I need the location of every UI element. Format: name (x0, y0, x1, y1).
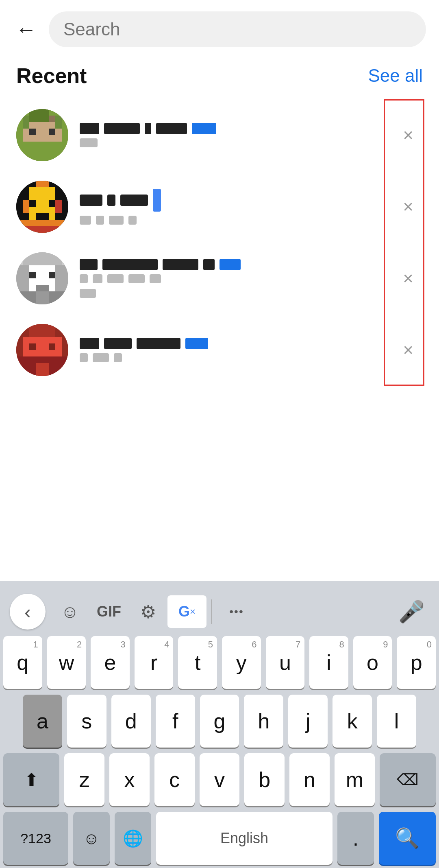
mic-button[interactable]: 🎤 (393, 594, 429, 630)
contact-info (80, 259, 393, 298)
key-row-4: ?123 ☺ 🌐 English . 🔍 (3, 812, 436, 865)
gif-label: GIF (97, 603, 121, 620)
name-bar (104, 123, 140, 134)
back-arrow-icon: ← (15, 19, 37, 40)
svg-rect-25 (29, 272, 36, 278)
key-g[interactable]: g (200, 695, 239, 748)
dismiss-button-3[interactable]: × (393, 264, 423, 293)
key-t[interactable]: 5 t (178, 636, 217, 689)
key-row-3: ⬆ z x c v b n m ⌫ (3, 753, 436, 806)
sub-bar (80, 138, 98, 147)
key-e[interactable]: 3 e (91, 636, 130, 689)
more-icon: ••• (229, 605, 243, 618)
translate-icon: G (178, 603, 190, 620)
search-bar[interactable] (49, 11, 426, 47)
name-line (80, 338, 393, 349)
svg-rect-18 (36, 181, 49, 187)
svg-rect-3 (29, 129, 36, 135)
key-k[interactable]: k (333, 695, 372, 748)
emoji-button[interactable]: ☺ (50, 595, 89, 628)
translate-button[interactable]: G × (167, 595, 206, 628)
dismiss-button-1[interactable]: × (393, 120, 423, 150)
key-x[interactable]: x (109, 753, 150, 806)
recent-section: Recent See all (0, 55, 439, 386)
key-space[interactable]: English (156, 812, 333, 865)
sub-bar (93, 353, 109, 362)
key-search[interactable]: 🔍 (379, 812, 436, 865)
svg-rect-4 (49, 129, 55, 135)
key-i[interactable]: 8 i (309, 636, 348, 689)
key-j[interactable]: j (288, 695, 328, 748)
recent-header: Recent See all (16, 63, 423, 88)
avatar (16, 252, 68, 304)
dismiss-button-2[interactable]: × (393, 192, 423, 221)
back-button[interactable]: ← (13, 16, 39, 42)
svg-rect-35 (29, 343, 36, 350)
more-button[interactable]: ••• (217, 595, 256, 628)
toolbar-divider (211, 599, 212, 624)
key-r[interactable]: 4 r (135, 636, 174, 689)
key-o[interactable]: 9 o (353, 636, 392, 689)
key-u[interactable]: 7 u (266, 636, 305, 689)
key-d[interactable]: d (111, 695, 151, 748)
key-y[interactable]: 6 y (222, 636, 261, 689)
name-bar (203, 259, 215, 270)
key-q[interactable]: 1 q (3, 636, 42, 689)
status-badge (153, 189, 161, 212)
sub-bar (128, 274, 145, 283)
svg-rect-27 (36, 285, 49, 291)
keyboard-back-icon: ‹ (24, 601, 31, 623)
contact-item: × (16, 99, 423, 171)
svg-rect-28 (23, 252, 62, 265)
key-v[interactable]: v (200, 753, 240, 806)
key-n[interactable]: n (289, 753, 330, 806)
gif-button[interactable]: GIF (89, 595, 128, 628)
svg-rect-6 (16, 142, 68, 161)
key-b[interactable]: b (244, 753, 285, 806)
name-bar (145, 123, 151, 134)
key-f[interactable]: f (156, 695, 195, 748)
key-w[interactable]: 2 w (47, 636, 86, 689)
sub-bar (80, 274, 88, 283)
sub-bar (80, 353, 88, 362)
keyboard-back-button[interactable]: ‹ (10, 594, 46, 630)
contact-info (80, 189, 393, 225)
key-period[interactable]: . (337, 812, 374, 865)
contact-item: × (16, 314, 423, 386)
name-line (80, 123, 393, 134)
key-m[interactable]: m (335, 753, 375, 806)
contact-item: × (16, 243, 423, 314)
key-s[interactable]: s (67, 695, 106, 748)
svg-rect-14 (29, 200, 36, 207)
svg-rect-29 (36, 291, 49, 304)
keyboard-rows: 1 q 2 w 3 e 4 r 5 t 6 y (0, 636, 439, 868)
key-a[interactable]: a (23, 695, 62, 748)
svg-rect-17 (29, 187, 55, 200)
search-input[interactable] (63, 19, 411, 39)
svg-rect-13 (55, 200, 62, 213)
sub-bar (150, 274, 161, 283)
svg-rect-23 (16, 265, 29, 291)
key-z[interactable]: z (64, 753, 104, 806)
key-h[interactable]: h (244, 695, 283, 748)
key-num-switch[interactable]: ?123 (3, 812, 68, 865)
keyboard: ‹ ☺ GIF ⚙ G × ••• 🎤 1 q (0, 581, 439, 868)
sub-bar (93, 274, 102, 283)
sub-line (80, 138, 393, 147)
settings-button[interactable]: ⚙ (128, 595, 167, 628)
key-l[interactable]: l (377, 695, 416, 748)
key-c[interactable]: c (154, 753, 195, 806)
contact-info (80, 123, 393, 147)
name-line (80, 259, 393, 270)
svg-rect-36 (49, 343, 55, 350)
see-all-button[interactable]: See all (368, 66, 423, 86)
key-globe[interactable]: 🌐 (115, 812, 151, 865)
key-p[interactable]: 0 p (397, 636, 436, 689)
dismiss-button-4[interactable]: × (393, 335, 423, 365)
status-badge (192, 123, 216, 134)
key-shift[interactable]: ⬆ (3, 753, 59, 806)
svg-rect-8 (23, 116, 29, 129)
key-emoji[interactable]: ☺ (73, 812, 110, 865)
avatar (16, 181, 68, 233)
key-delete[interactable]: ⌫ (380, 753, 436, 806)
